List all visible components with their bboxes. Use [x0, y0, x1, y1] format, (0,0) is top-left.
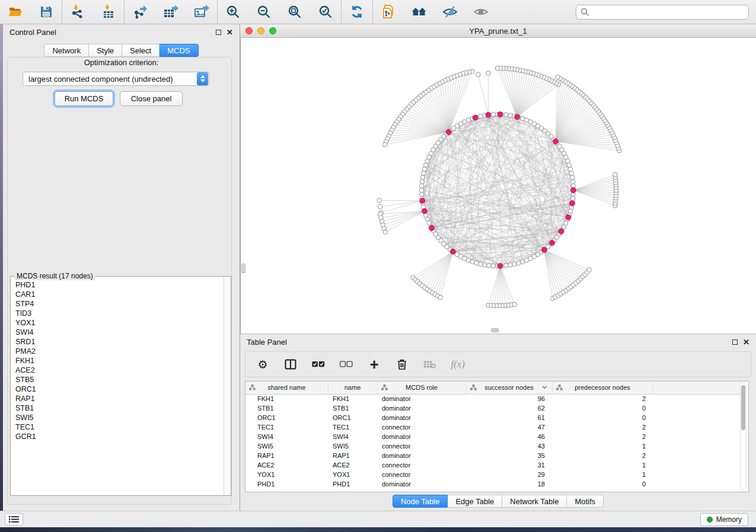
zoom-out-icon[interactable]	[256, 4, 272, 20]
mcds-result-item[interactable]: YOX1	[12, 318, 223, 328]
cell-shared-name[interactable]: ORC1	[245, 413, 328, 422]
column-header-name[interactable]: name	[328, 382, 377, 394]
zoom-fit-icon[interactable]	[287, 4, 302, 20]
close-panel-icon[interactable]: ✕	[227, 28, 233, 36]
cell-shared-name[interactable]: ACE2	[245, 460, 328, 470]
mcds-result-item[interactable]: STB5	[12, 375, 223, 384]
add-row-icon[interactable]: +	[368, 358, 381, 371]
import-network-icon[interactable]	[70, 4, 85, 20]
run-mcds-button[interactable]: Run MCDS	[55, 91, 113, 106]
table-scrollbar-thumb[interactable]	[741, 385, 745, 430]
close-table-panel-icon[interactable]: ✕	[743, 338, 749, 346]
network-graph[interactable]	[240, 38, 756, 334]
cell-shared-name[interactable]: PHD1	[245, 479, 328, 489]
mcds-result-list[interactable]: PHD1CAR1STP4TID3YOX1SWI4SRD1PMA2FKH1ACE2…	[12, 280, 223, 494]
cell-MCDS-role[interactable]: dominator	[377, 403, 466, 413]
network-graph-svg[interactable]	[241, 38, 755, 332]
cell-predecessor-nodes[interactable]: 2	[552, 432, 653, 441]
cell-shared-name[interactable]: RAP1	[245, 451, 328, 460]
cell-predecessor-nodes[interactable]: 0	[552, 413, 653, 422]
mcds-result-item[interactable]: SRD1	[12, 337, 223, 347]
cell-successor-nodes[interactable]: 47	[466, 422, 552, 432]
mcds-result-item[interactable]: TID3	[12, 309, 223, 318]
mcds-result-item[interactable]: STP4	[12, 299, 223, 309]
task-history-button[interactable]	[5, 513, 23, 525]
export-network-icon[interactable]	[132, 4, 148, 20]
cell-name[interactable]: ACE2	[328, 460, 377, 470]
search-input[interactable]	[592, 6, 748, 18]
canvas-vertical-scroll-handle[interactable]	[241, 264, 245, 273]
node-table-grid[interactable]: shared namenameMCDS rolesuccessor nodesp…	[245, 382, 741, 489]
clone-network-icon[interactable]	[381, 4, 396, 20]
export-image-icon[interactable]	[194, 4, 209, 20]
mcds-result-item[interactable]: STB1	[12, 403, 223, 413]
cell-name[interactable]: ORC1	[328, 413, 377, 422]
deselect-all-checkboxes-icon[interactable]	[340, 358, 353, 371]
tab-mcds[interactable]: MCDS	[160, 44, 198, 57]
open-file-icon[interactable]	[8, 4, 23, 20]
export-table-icon[interactable]	[163, 4, 178, 20]
cell-successor-nodes[interactable]: 62	[466, 403, 552, 413]
cell-MCDS-role[interactable]: connector	[377, 441, 466, 451]
column-header-successor-nodes[interactable]: successor nodes	[466, 382, 552, 394]
table-row[interactable]: PHD1PHD1dominator180	[245, 479, 741, 489]
cell-name[interactable]: YOX1	[328, 470, 377, 479]
cell-predecessor-nodes[interactable]: 1	[552, 460, 653, 470]
cell-successor-nodes[interactable]: 96	[466, 394, 552, 403]
show-eye-icon[interactable]	[473, 4, 489, 20]
mcds-result-item[interactable]: SWI4	[12, 328, 223, 337]
network-window-titlebar[interactable]: YPA_prune.txt_1	[240, 24, 756, 38]
cell-MCDS-role[interactable]: connector	[377, 422, 466, 432]
cell-predecessor-nodes[interactable]: 0	[552, 403, 653, 413]
cell-name[interactable]: FKH1	[328, 394, 377, 403]
mcds-result-item[interactable]: GCR1	[12, 432, 223, 441]
cell-name[interactable]: STB1	[328, 403, 377, 413]
cell-name[interactable]: SWI4	[328, 432, 377, 441]
cell-successor-nodes[interactable]: 43	[466, 441, 552, 451]
cell-MCDS-role[interactable]: dominator	[377, 432, 466, 441]
delete-row-trash-icon[interactable]	[395, 358, 409, 371]
cell-MCDS-role[interactable]: connector	[377, 460, 466, 470]
cell-shared-name[interactable]: SWI4	[245, 432, 328, 441]
cell-successor-nodes[interactable]: 35	[466, 451, 552, 460]
table-scrollbar[interactable]	[740, 383, 747, 491]
table-row[interactable]: TEC1TEC1connector472	[245, 422, 741, 432]
mcds-result-item[interactable]: SWI5	[12, 413, 223, 422]
cell-predecessor-nodes[interactable]: 1	[552, 441, 653, 451]
mcds-result-item[interactable]: TEC1	[12, 422, 223, 432]
tab-edge-table[interactable]: Edge Table	[448, 495, 502, 508]
function-builder-icon[interactable]: f(x)	[451, 358, 464, 371]
cell-name[interactable]: SWI5	[328, 441, 377, 451]
cell-name[interactable]: PHD1	[328, 479, 377, 489]
cell-shared-name[interactable]: YOX1	[245, 470, 328, 479]
cell-successor-nodes[interactable]: 18	[466, 479, 552, 489]
cell-shared-name[interactable]: FKH1	[245, 394, 328, 403]
table-options-gear-icon[interactable]: ⚙	[256, 358, 269, 371]
cell-predecessor-nodes[interactable]: 2	[552, 394, 653, 403]
memory-button[interactable]: Memory	[700, 513, 748, 526]
mcds-list-scrollbar[interactable]	[224, 277, 230, 495]
table-row[interactable]: STB1STB1dominator620	[245, 403, 741, 413]
mcds-result-item[interactable]: RAP1	[12, 394, 223, 403]
column-header-shared-name[interactable]: shared name	[245, 382, 328, 394]
column-header-predecessor-nodes[interactable]: predecessor nodes	[552, 382, 653, 394]
cell-successor-nodes[interactable]: 29	[466, 470, 552, 479]
tab-network[interactable]: Network	[44, 44, 89, 57]
table-row[interactable]: RAP1RAP1dominator352	[245, 451, 741, 460]
float-panel-icon[interactable]	[216, 30, 221, 35]
cell-MCDS-role[interactable]: dominator	[377, 394, 466, 403]
cell-shared-name[interactable]: SWI5	[245, 441, 328, 451]
tab-node-table[interactable]: Node Table	[393, 495, 448, 508]
mcds-result-item[interactable]: PHD1	[12, 280, 223, 290]
cell-MCDS-role[interactable]: dominator	[377, 413, 466, 422]
optimization-criterion-dropdown[interactable]: largest connected component (undirected)	[23, 72, 209, 86]
cell-MCDS-role[interactable]: dominator	[377, 451, 466, 460]
show-columns-icon[interactable]	[284, 358, 297, 371]
cell-predecessor-nodes[interactable]: 0	[552, 479, 653, 489]
float-table-panel-icon[interactable]	[732, 339, 738, 345]
mcds-result-item[interactable]: PMA2	[12, 347, 223, 356]
table-row[interactable]: ORC1ORC1dominator610	[245, 413, 741, 422]
table-row[interactable]: SWI4SWI4dominator462	[245, 432, 741, 441]
mcds-result-item[interactable]: ACE2	[12, 366, 223, 375]
zoom-selected-icon[interactable]	[318, 4, 333, 20]
